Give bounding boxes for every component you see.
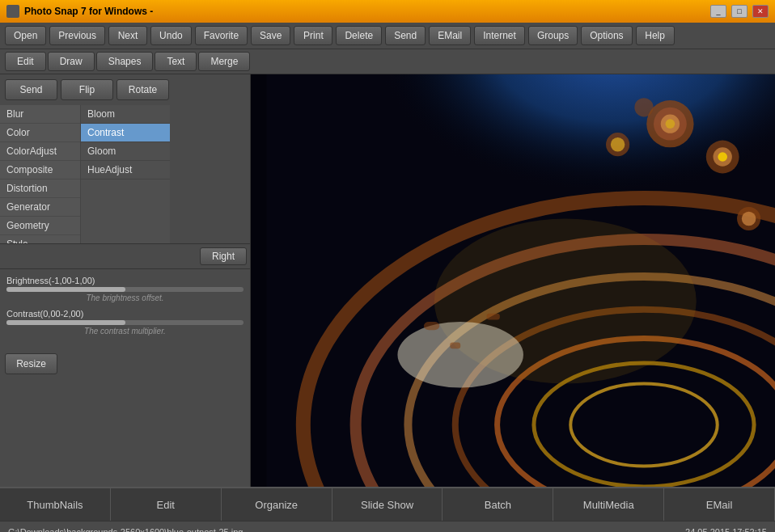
svg-point-21: [742, 212, 756, 226]
subitem-gloom[interactable]: Gloom: [81, 142, 170, 161]
toolbar-btn-save[interactable]: Save: [251, 26, 290, 45]
app-title: Photo Snap 7 for Windows -: [24, 6, 705, 17]
controls-area: Brightness(-1,00-1,00) The brightness of…: [0, 268, 250, 348]
file-path: G:\Downloads\backgrounds-2560x1600\blue-…: [8, 527, 243, 533]
subitem-hueadjust[interactable]: HueAdjust: [81, 161, 170, 179]
resize-button[interactable]: Resize: [5, 353, 57, 374]
toolbar-btn-next[interactable]: Next: [108, 26, 147, 45]
subitem-contrast[interactable]: Contrast: [81, 124, 170, 142]
tab-organize[interactable]: Organize: [222, 488, 332, 521]
menu-tab-draw[interactable]: Draw: [48, 52, 95, 71]
svg-rect-25: [450, 343, 460, 349]
close-button[interactable]: ✕: [752, 5, 769, 18]
toolbar-btn-favorite[interactable]: Favorite: [195, 26, 248, 45]
toolbar-btn-previous[interactable]: Previous: [49, 26, 105, 45]
main-content: Send Flip Rotate Blur Color ColorAdjust …: [0, 74, 775, 487]
toolbar: OpenPreviousNextUndoFavoriteSavePrintDel…: [0, 23, 775, 49]
toolbar-btn-email[interactable]: EMail: [429, 26, 471, 45]
toolbar-btn-open[interactable]: Open: [5, 26, 46, 45]
left-panel: Send Flip Rotate Blur Color ColorAdjust …: [0, 74, 251, 487]
submenu-sub: Bloom Contrast Gloom HueAdjust: [81, 105, 170, 243]
toolbar-btn-delete[interactable]: Delete: [336, 26, 382, 45]
svg-point-16: [718, 152, 727, 162]
status-bar: G:\Downloads\backgrounds-2560x1600\blue-…: [0, 521, 775, 532]
brightness-track[interactable]: [6, 287, 244, 292]
left-top-actions: Send Flip Rotate: [0, 74, 250, 105]
brightness-hint: The brightness offset.: [6, 293, 244, 302]
brightness-control: Brightness(-1,00-1,00) The brightness of…: [6, 276, 244, 302]
toolbar-btn-send[interactable]: Send: [385, 26, 426, 45]
contrast-hint: The contrast multiplier.: [6, 327, 244, 336]
flip-button[interactable]: Flip: [61, 79, 113, 100]
toolbar-btn-help[interactable]: Help: [636, 26, 675, 45]
menu-tab-shapes[interactable]: Shapes: [96, 52, 154, 71]
menubar: EditDrawShapesTextMerge: [0, 49, 775, 74]
submenu-area: Blur Color ColorAdjust Composite Distort…: [0, 105, 250, 243]
tab-edit[interactable]: Edit: [111, 488, 222, 521]
svg-point-18: [611, 137, 625, 151]
menu-tab-edit[interactable]: Edit: [5, 52, 46, 71]
brightness-label: Brightness(-1,00-1,00): [6, 276, 244, 285]
submenu-list: Blur Color ColorAdjust Composite Distort…: [0, 105, 81, 243]
menu-tab-text[interactable]: Text: [155, 52, 197, 71]
menu-tab-merge[interactable]: Merge: [198, 52, 250, 71]
title-bar: Photo Snap 7 for Windows - _ □ ✕: [0, 0, 775, 23]
svg-point-19: [634, 98, 653, 116]
tab-multimedia[interactable]: MultiMedia: [553, 488, 664, 521]
submenu-coloradjust[interactable]: ColorAdjust: [0, 142, 80, 161]
toolbar-btn-print[interactable]: Print: [294, 26, 332, 45]
toolbar-btn-groups[interactable]: Groups: [528, 26, 578, 45]
contrast-fill: [6, 320, 125, 325]
submenu-composite[interactable]: Composite: [0, 161, 80, 179]
right-button[interactable]: Right: [200, 247, 247, 265]
submenu-geometry[interactable]: Geometry: [0, 217, 80, 235]
maximize-button[interactable]: □: [731, 5, 747, 18]
tab-slideshow[interactable]: Slide Show: [332, 488, 443, 521]
submenu-blur[interactable]: Blur: [0, 105, 80, 124]
contrast-track[interactable]: [6, 320, 244, 325]
right-align-area: Right: [0, 243, 250, 268]
subitem-bloom[interactable]: Bloom: [81, 105, 170, 124]
svg-rect-26: [487, 314, 500, 320]
fractal-image: [251, 74, 775, 487]
toolbar-btn-options[interactable]: Options: [581, 26, 632, 45]
app-icon: [6, 5, 19, 18]
svg-rect-27: [251, 74, 266, 487]
svg-point-23: [397, 322, 523, 388]
minimize-button[interactable]: _: [710, 5, 726, 18]
left-bottom-spacer: Resize: [0, 348, 250, 487]
send-button[interactable]: Send: [5, 79, 57, 100]
tab-thumbnails[interactable]: ThumbNails: [0, 488, 111, 521]
svg-rect-24: [424, 322, 439, 330]
submenu-color[interactable]: Color: [0, 124, 80, 142]
brightness-fill: [6, 287, 125, 292]
datetime: 24.05.2015 17:52:15: [685, 527, 767, 533]
fractal-svg: [251, 74, 775, 487]
submenu-generator[interactable]: Generator: [0, 198, 80, 217]
tab-batch[interactable]: Batch: [443, 488, 553, 521]
tab-email[interactable]: EMail: [664, 488, 775, 521]
svg-point-13: [666, 119, 675, 129]
contrast-label: Contrast(0,00-2,00): [6, 309, 244, 319]
toolbar-btn-internet[interactable]: Internet: [474, 26, 525, 45]
toolbar-btn-undo[interactable]: Undo: [150, 26, 192, 45]
submenu-distortion[interactable]: Distortion: [0, 179, 80, 198]
rotate-button[interactable]: Rotate: [116, 79, 169, 100]
contrast-control: Contrast(0,00-2,00) The contrast multipl…: [6, 309, 244, 336]
bottom-tabs: ThumbNails Edit Organize Slide Show Batc…: [0, 487, 775, 521]
image-area: ◀ ▶: [251, 74, 775, 487]
